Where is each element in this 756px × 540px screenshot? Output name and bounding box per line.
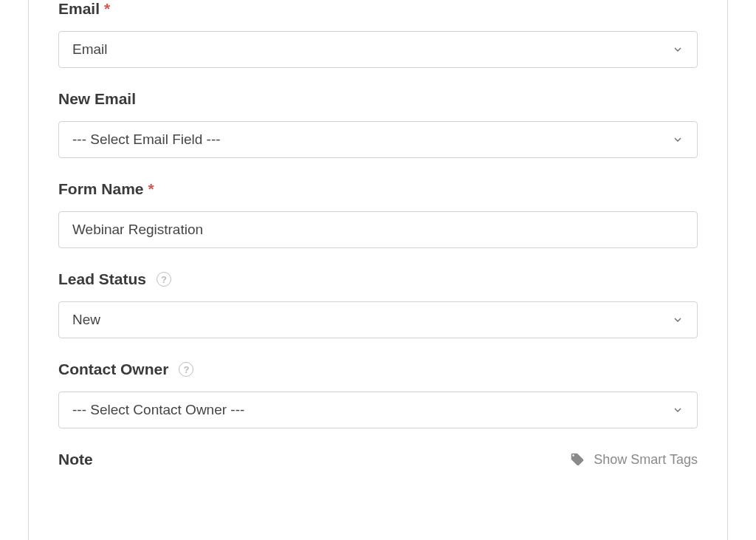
new-email-select-placeholder: --- Select Email Field --- bbox=[72, 131, 221, 148]
field-note: Note Show Smart Tags bbox=[58, 451, 698, 468]
help-icon[interactable]: ? bbox=[179, 362, 193, 377]
lead-status-select-value: New bbox=[72, 312, 100, 328]
new-email-label-text: New Email bbox=[58, 90, 136, 108]
form-name-input[interactable] bbox=[58, 211, 698, 248]
new-email-label: New Email bbox=[58, 90, 698, 108]
field-new-email: New Email --- Select Email Field --- bbox=[58, 90, 698, 158]
email-label: Email * bbox=[58, 0, 698, 18]
field-form-name: Form Name * bbox=[58, 180, 698, 248]
lead-status-label-text: Lead Status bbox=[58, 270, 146, 288]
form-container: Email * Email New Email --- Select Email… bbox=[28, 0, 728, 540]
email-select-value: Email bbox=[72, 41, 108, 58]
contact-owner-select-placeholder: --- Select Contact Owner --- bbox=[72, 402, 244, 418]
field-lead-status: Lead Status ? New bbox=[58, 270, 698, 338]
chevron-down-icon bbox=[672, 134, 684, 146]
form-name-label: Form Name * bbox=[58, 180, 698, 198]
contact-owner-label-text: Contact Owner bbox=[58, 360, 168, 378]
lead-status-select[interactable]: New bbox=[58, 301, 698, 338]
required-asterisk-icon: * bbox=[104, 0, 110, 18]
note-label-text: Note bbox=[58, 451, 93, 468]
note-header: Note Show Smart Tags bbox=[58, 451, 698, 468]
contact-owner-label: Contact Owner ? bbox=[58, 360, 698, 378]
help-icon[interactable]: ? bbox=[157, 272, 171, 287]
form-name-label-text: Form Name bbox=[58, 180, 144, 198]
new-email-select[interactable]: --- Select Email Field --- bbox=[58, 121, 698, 158]
smart-tags-label: Show Smart Tags bbox=[594, 452, 698, 468]
tag-icon bbox=[570, 452, 585, 467]
chevron-down-icon bbox=[672, 404, 684, 416]
note-label: Note bbox=[58, 451, 93, 468]
email-select[interactable]: Email bbox=[58, 31, 698, 68]
chevron-down-icon bbox=[672, 44, 684, 55]
show-smart-tags-link[interactable]: Show Smart Tags bbox=[570, 452, 698, 468]
field-contact-owner: Contact Owner ? --- Select Contact Owner… bbox=[58, 360, 698, 428]
field-email: Email * Email bbox=[58, 0, 698, 68]
contact-owner-select[interactable]: --- Select Contact Owner --- bbox=[58, 392, 698, 428]
email-label-text: Email bbox=[58, 0, 100, 18]
lead-status-label: Lead Status ? bbox=[58, 270, 698, 288]
chevron-down-icon bbox=[672, 314, 684, 326]
required-asterisk-icon: * bbox=[148, 180, 154, 198]
